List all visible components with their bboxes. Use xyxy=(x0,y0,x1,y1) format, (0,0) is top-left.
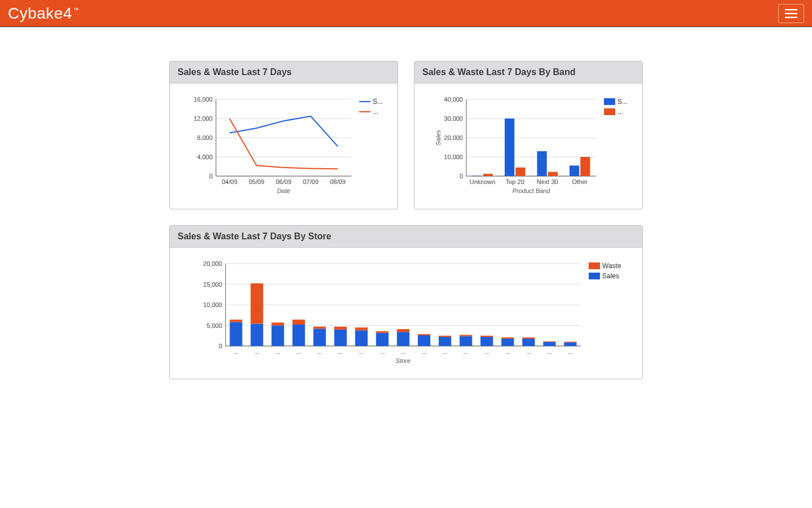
menu-button[interactable] xyxy=(778,4,804,23)
panel-trend-title: Sales & Waste Last 7 Days xyxy=(170,62,398,84)
brand-name: Cybake4 xyxy=(8,5,72,23)
svg-rect-94 xyxy=(314,327,326,329)
svg-rect-46 xyxy=(515,168,525,176)
svg-rect-91 xyxy=(293,325,305,346)
svg-rect-103 xyxy=(418,335,430,346)
svg-text:...: ... xyxy=(233,348,239,355)
svg-text:...: ... xyxy=(505,348,510,355)
svg-text:...: ... xyxy=(254,348,259,355)
svg-text:06/09: 06/09 xyxy=(276,178,292,185)
svg-text:20,000: 20,000 xyxy=(203,260,222,267)
hamburger-icon xyxy=(785,9,797,18)
panel-trend-body: 04,0008,00012,00016,00004/0905/0906/0907… xyxy=(170,84,398,209)
svg-rect-96 xyxy=(334,327,347,330)
svg-rect-111 xyxy=(501,339,514,346)
svg-text:...: ... xyxy=(317,348,322,355)
svg-rect-0 xyxy=(785,9,797,10)
chart-trend: 04,0008,00012,00016,00004/0905/0906/0907… xyxy=(176,91,391,199)
svg-text:12,000: 12,000 xyxy=(193,115,213,122)
svg-rect-116 xyxy=(543,341,555,342)
svg-rect-104 xyxy=(418,334,430,335)
app-header: Cybake4 ™ xyxy=(0,0,812,27)
svg-rect-99 xyxy=(376,333,389,346)
svg-rect-86 xyxy=(230,319,242,322)
svg-rect-89 xyxy=(272,326,284,347)
svg-text:Other: Other xyxy=(572,178,588,185)
svg-text:20,000: 20,000 xyxy=(444,134,463,141)
svg-text:Date: Date xyxy=(277,187,290,194)
svg-rect-114 xyxy=(522,338,535,339)
svg-rect-53 xyxy=(604,108,615,115)
svg-text:0: 0 xyxy=(209,173,213,179)
panel-band-title: Sales & Waste Last 7 Days By Band xyxy=(414,62,642,84)
svg-text:10,000: 10,000 xyxy=(203,301,222,308)
svg-text:Store: Store xyxy=(396,357,411,364)
svg-rect-45 xyxy=(505,119,514,176)
svg-text:...: ... xyxy=(443,348,448,355)
svg-rect-1 xyxy=(785,12,797,14)
svg-text:...: ... xyxy=(296,348,301,355)
svg-text:S...: S... xyxy=(617,98,628,106)
svg-rect-119 xyxy=(589,262,600,269)
svg-rect-107 xyxy=(460,336,472,346)
svg-text:5,000: 5,000 xyxy=(206,322,222,329)
svg-text:...: ... xyxy=(379,348,385,355)
svg-rect-121 xyxy=(589,273,600,279)
svg-text:0: 0 xyxy=(460,173,463,179)
svg-text:...: ... xyxy=(421,348,426,355)
chart-band: 010,00020,00030,00040,000UnknownTop 20Ne… xyxy=(421,91,636,199)
brand-logo: Cybake4 ™ xyxy=(8,5,80,23)
svg-text:Sales: Sales xyxy=(435,130,442,146)
panel-band-body: 010,00020,00030,00040,000UnknownTop 20Ne… xyxy=(414,84,642,209)
page-content: Sales & Waste Last 7 Days 04,0008,00012,… xyxy=(0,27,812,402)
svg-rect-106 xyxy=(439,336,451,337)
svg-rect-118 xyxy=(564,341,576,342)
svg-rect-112 xyxy=(501,338,514,339)
svg-rect-49 xyxy=(570,165,579,176)
svg-rect-110 xyxy=(480,336,493,337)
svg-rect-51 xyxy=(604,98,615,105)
panel-store-title: Sales & Waste Last 7 Days By Store xyxy=(170,226,642,248)
panel-band: Sales & Waste Last 7 Days By Band 010,00… xyxy=(414,61,643,209)
svg-rect-47 xyxy=(537,151,547,176)
svg-text:4,000: 4,000 xyxy=(197,154,213,160)
svg-text:08/09: 08/09 xyxy=(330,178,346,185)
chart-store: 05,00010,00015,00020,000................… xyxy=(180,256,632,369)
svg-rect-44 xyxy=(483,174,493,176)
svg-rect-90 xyxy=(272,322,284,325)
svg-rect-97 xyxy=(355,330,368,346)
svg-text:...: ... xyxy=(568,348,573,355)
svg-text:...: ... xyxy=(400,348,405,355)
svg-text:Waste: Waste xyxy=(602,262,621,270)
svg-text:...: ... xyxy=(373,108,378,116)
svg-rect-117 xyxy=(564,342,576,346)
svg-text:05/09: 05/09 xyxy=(249,178,264,185)
svg-text:30,000: 30,000 xyxy=(444,115,463,122)
svg-rect-98 xyxy=(355,327,368,330)
svg-rect-115 xyxy=(543,342,555,346)
svg-text:40,000: 40,000 xyxy=(444,96,463,103)
svg-text:04/09: 04/09 xyxy=(222,178,237,185)
svg-rect-92 xyxy=(293,319,305,325)
svg-text:10,000: 10,000 xyxy=(444,154,463,160)
svg-text:8,000: 8,000 xyxy=(197,134,213,141)
svg-text:0: 0 xyxy=(219,343,222,349)
panel-store-body: 05,00010,00015,00020,000................… xyxy=(170,248,642,379)
svg-text:16,000: 16,000 xyxy=(193,96,213,103)
svg-text:Unknown: Unknown xyxy=(470,178,496,185)
svg-rect-105 xyxy=(439,337,451,346)
svg-text:...: ... xyxy=(484,348,489,355)
svg-rect-102 xyxy=(397,329,409,332)
svg-rect-2 xyxy=(785,16,797,17)
svg-rect-87 xyxy=(250,324,263,346)
svg-text:...: ... xyxy=(547,348,552,355)
svg-text:...: ... xyxy=(275,348,280,355)
svg-rect-101 xyxy=(397,332,409,346)
svg-text:...: ... xyxy=(526,348,531,355)
svg-rect-50 xyxy=(580,157,590,176)
svg-rect-100 xyxy=(376,331,389,333)
svg-rect-108 xyxy=(460,335,472,336)
svg-text:...: ... xyxy=(359,348,364,355)
svg-text:Top 20: Top 20 xyxy=(506,178,524,185)
svg-rect-93 xyxy=(314,329,326,346)
